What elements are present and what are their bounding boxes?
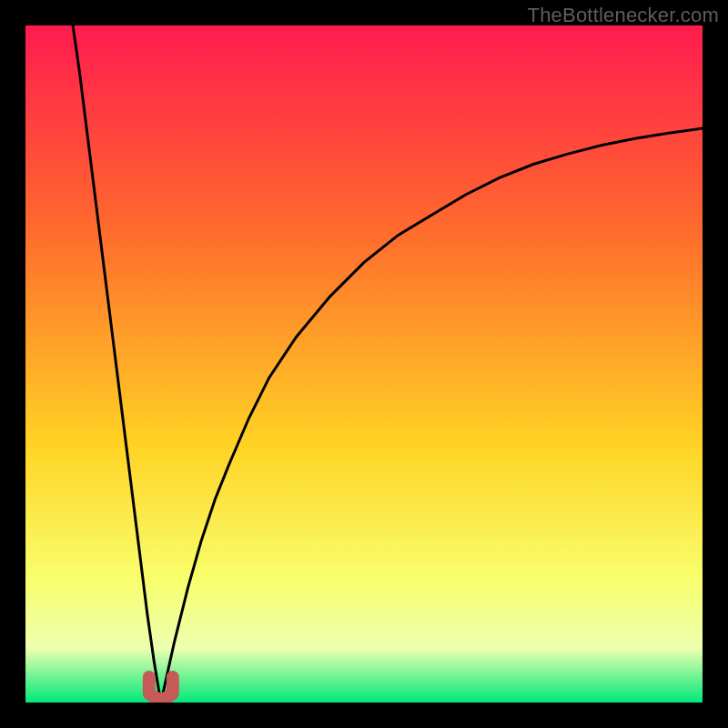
watermark-text: TheBottlenecker.com bbox=[528, 4, 719, 27]
outer-frame: TheBottlenecker.com bbox=[0, 0, 728, 728]
chart-area bbox=[25, 25, 703, 703]
gradient-bg bbox=[25, 25, 703, 703]
chart-svg bbox=[25, 25, 703, 703]
